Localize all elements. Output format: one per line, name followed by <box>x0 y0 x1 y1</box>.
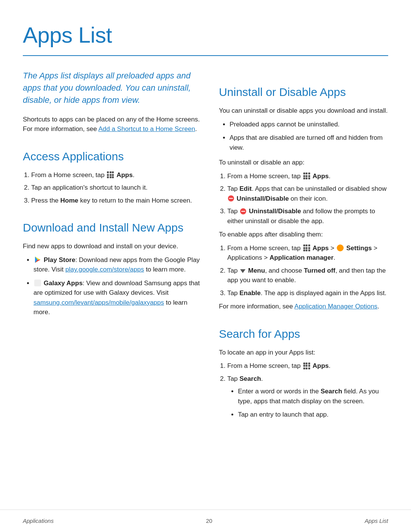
uninstall-step-2: Tap Edit. Apps that can be uninstalled o… <box>227 184 388 203</box>
search-label: Search <box>239 375 261 382</box>
intro-italic: The Apps list displays all preloaded app… <box>23 70 201 106</box>
title-divider <box>23 55 388 56</box>
galaxyapps-item: Galaxy Apps: View and download Samsung a… <box>33 278 201 317</box>
apps-label-2: Apps <box>312 173 329 180</box>
access-step-1: From a Home screen, tap Apps. <box>31 170 201 180</box>
settings-icon <box>337 244 344 251</box>
turned-off-label: Turned off <box>304 267 335 274</box>
to-uninstall-label: To uninstall or disable an app: <box>219 158 388 168</box>
settings-label: Settings <box>346 244 372 252</box>
right-column: Uninstall or Disable Apps You can uninst… <box>219 70 388 425</box>
access-step-3: Press the Home key to return to the main… <box>31 196 201 206</box>
page-container: Apps List The Apps list displays all pre… <box>0 0 411 455</box>
playstore-label: Play Store <box>44 256 75 264</box>
uninstall-bullets: Preloaded apps cannot be uninstalled. Ap… <box>219 120 388 153</box>
page-title: Apps List <box>23 18 388 51</box>
search-body: To locate an app in your Apps list: <box>219 348 388 358</box>
app-manager-label: Application manager <box>269 254 333 261</box>
apps-grid-icon-4 <box>303 363 310 369</box>
minus-icon <box>228 195 234 201</box>
search-step-1: From a Home screen, tap Apps. <box>227 361 388 371</box>
apps-label-3: Apps <box>312 244 329 252</box>
section-title-access: Access Applications <box>23 148 201 165</box>
search-steps-list: From a Home screen, tap Apps. Tap Search… <box>219 361 388 420</box>
uninstall-steps-list: From a Home screen, tap Apps. Tap Edit. … <box>219 171 388 226</box>
search-sub-1: Enter a word or words in the Search fiel… <box>238 387 388 406</box>
galaxyapps-icon <box>34 280 41 286</box>
shortcut-link[interactable]: Add a Shortcut to a Home Screen <box>98 125 195 133</box>
section-title-search: Search for Apps <box>219 325 388 342</box>
enable-step-1: From a Home screen, tap Apps > Settings … <box>227 243 388 263</box>
uninstall-disable-label: Uninstall/Disable <box>237 195 289 202</box>
two-column-layout: The Apps list displays all preloaded app… <box>23 70 388 425</box>
search-sub-2: Tap an entry to launch that app. <box>238 410 388 420</box>
search-step-2: Tap Search. Enter a word or words in the… <box>227 374 388 420</box>
playstore-item: Play Store: Download new apps from the G… <box>33 255 201 275</box>
playstore-link[interactable]: play.google.com/store/apps <box>65 266 144 273</box>
section-title-uninstall: Uninstall or Disable Apps <box>219 83 388 101</box>
menu-triangle-icon <box>240 269 245 273</box>
apps-label-4: Apps <box>312 362 329 369</box>
to-enable-label: To enable apps after disabling them: <box>219 230 388 240</box>
search-sub-bullets: Enter a word or words in the Search fiel… <box>227 387 388 420</box>
uninstall-bullet-1: Preloaded apps cannot be uninstalled. <box>229 120 388 129</box>
footer-right-label: Apps List <box>365 517 388 526</box>
apps-grid-icon <box>107 171 114 178</box>
intro-body: Shortcuts to apps can be placed on any o… <box>23 115 201 134</box>
uninstall-body: You can uninstall or disable apps you do… <box>219 106 388 116</box>
access-steps-list: From a Home screen, tap Apps. Tap an app… <box>23 170 201 206</box>
enable-label: Enable <box>239 289 261 297</box>
minus-icon-2 <box>240 208 246 214</box>
enable-step-3: Tap Enable. The app is displayed again i… <box>227 288 388 298</box>
menu-label: Menu <box>248 267 265 274</box>
left-column: The Apps list displays all preloaded app… <box>23 70 201 425</box>
edit-label: Edit <box>239 185 252 192</box>
uninstall-step-3: Tap Uninstall/Disable and follow the pro… <box>227 206 388 226</box>
home-key-label: Home <box>61 197 78 204</box>
uninstall-disable-label-2: Uninstall/Disable <box>249 208 301 215</box>
galaxyapps-link[interactable]: samsung.com/levant/apps/mobile/galaxyapp… <box>33 299 164 306</box>
enable-step-2: Tap Menu, and choose Turned off, and the… <box>227 266 388 285</box>
apps-label: Apps <box>116 171 133 179</box>
galaxyapps-label: Galaxy Apps <box>44 280 83 287</box>
app-manager-options-link[interactable]: Application Manager Options <box>295 303 378 310</box>
uninstall-bullet-2: Apps that are disabled are turned off an… <box>229 133 388 152</box>
enable-steps-list: From a Home screen, tap Apps > Settings … <box>219 243 388 298</box>
uninstall-step-1: From a Home screen, tap Apps. <box>227 171 388 181</box>
footer-page-number: 20 <box>206 517 212 526</box>
search-field-label: Search <box>320 388 342 395</box>
section-title-download: Download and Install New Apps <box>23 219 201 236</box>
playstore-icon <box>34 256 41 263</box>
download-bullets: Play Store: Download new apps from the G… <box>23 255 201 317</box>
more-info-text: For more information, see Application Ma… <box>219 302 388 312</box>
access-step-2: Tap an application's shortcut to launch … <box>31 183 201 193</box>
page-footer: Applications 20 Apps List <box>0 510 411 532</box>
footer-left-label: Applications <box>23 517 54 526</box>
download-body: Find new apps to download and install on… <box>23 241 201 251</box>
apps-grid-icon-3 <box>303 244 310 251</box>
intro-period: . <box>195 125 197 133</box>
apps-grid-icon-2 <box>303 173 310 179</box>
